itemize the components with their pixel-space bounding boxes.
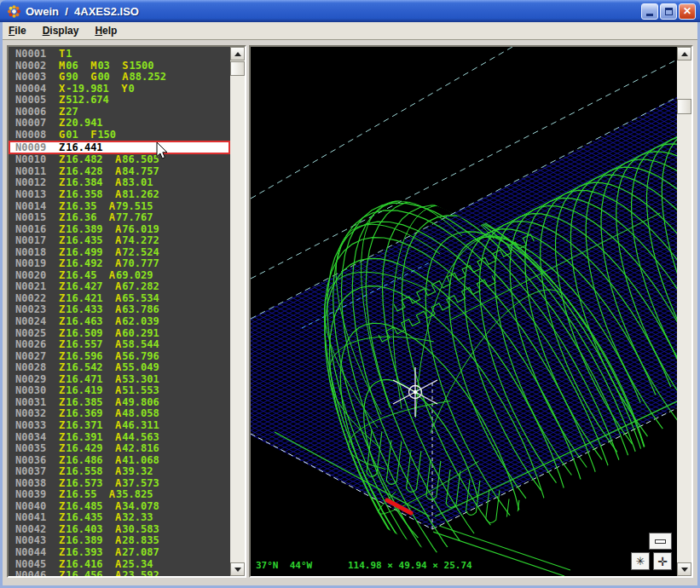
viewport-canvas[interactable]: 37°N 44°W 114.98 × 49.94 × 25.74 ✳ ✛: [251, 47, 677, 576]
gcode-line[interactable]: N0032Z16.369 A48.058: [9, 408, 230, 420]
plus-icon: ✛: [657, 555, 668, 568]
gcode-scrollbar-thumb[interactable]: [230, 61, 245, 76]
gcode-line[interactable]: N0035Z16.429 A42.816: [9, 443, 230, 455]
zoom-out-button[interactable]: [649, 533, 672, 550]
viewport-scroll-down-button[interactable]: [677, 562, 691, 576]
gcode-line[interactable]: N0011Z16.428 A84.757: [9, 166, 230, 178]
gcode-line[interactable]: N0009Z16.441: [9, 141, 230, 154]
line-number: N0031: [15, 397, 49, 409]
gcode-line[interactable]: N0020Z16.45 A69.029: [9, 270, 230, 282]
arrow-down-icon: [681, 568, 688, 572]
line-number: N0017: [15, 235, 49, 247]
gcode-line[interactable]: N0002M06 M03 S1500: [9, 61, 230, 72]
viewport-scrollbar[interactable]: [677, 47, 691, 576]
gcode-text: Z16.358 A81.262: [59, 188, 159, 200]
gcode-line[interactable]: N0036Z16.486 A41.068: [9, 455, 230, 467]
title-bar[interactable]: Owein / 4AXES2.ISO ✕: [0, 0, 700, 22]
gcode-text: Z16.441: [59, 141, 103, 153]
gcode-text: Z16.542 A55.049: [59, 361, 159, 373]
gcode-line[interactable]: N0046Z16.456 A23.592: [9, 570, 230, 576]
gcode-line[interactable]: N0037Z16.558 A39.32: [9, 466, 230, 478]
gcode-text: G90 G00 A88.252: [59, 71, 166, 83]
arrow-down-icon: [234, 568, 241, 572]
close-button[interactable]: ✕: [679, 3, 696, 20]
settings-button[interactable]: ✳: [631, 552, 650, 570]
menu-item-display[interactable]: Display: [43, 25, 79, 37]
gcode-text: Z512.674: [59, 94, 109, 106]
gcode-line[interactable]: N0023Z16.433 A63.786: [9, 304, 230, 316]
gcode-line[interactable]: N0031Z16.385 A49.806: [9, 397, 230, 409]
gcode-line[interactable]: N0003G90 G00 A88.252: [9, 72, 230, 84]
line-number: N0025: [15, 328, 49, 340]
gcode-line[interactable]: N0016Z16.389 A76.019: [9, 224, 230, 236]
gcode-line[interactable]: N0001T1: [9, 49, 230, 61]
gcode-text: Z16.36 A77.767: [59, 211, 153, 223]
gcode-line[interactable]: N0030Z16.419 A51.553: [9, 385, 230, 397]
line-number: N0020: [15, 270, 49, 282]
gcode-line[interactable]: N0038Z16.573 A37.573: [9, 478, 230, 490]
gcode-text: Z16.456 A23.592: [59, 569, 159, 576]
gcode-line[interactable]: N0013Z16.358 A81.262: [9, 189, 230, 201]
gcode-line[interactable]: N0024Z16.463 A62.039: [9, 316, 230, 328]
line-number: N0040: [15, 501, 49, 513]
line-number: N0007: [15, 118, 49, 130]
gcode-line[interactable]: N0027Z16.596 A56.796: [9, 351, 230, 363]
gcode-line[interactable]: N0018Z16.499 A72.524: [9, 247, 230, 259]
line-number: N0004: [15, 84, 49, 95]
gcode-line[interactable]: N0014Z16.35 A79.515: [9, 201, 230, 213]
gcode-line[interactable]: N0004X-19.981 Y0: [9, 84, 230, 95]
gcode-text: Z16.485 A34.078: [59, 500, 159, 512]
line-number: N0019: [15, 258, 49, 270]
gcode-line[interactable]: N0034Z16.391 A44.563: [9, 432, 230, 444]
gcode-text: Z16.435 A74.272: [59, 234, 159, 246]
line-number: N0039: [15, 489, 49, 501]
gcode-line[interactable]: N0028Z16.542 A55.049: [9, 362, 230, 374]
gcode-text: Z16.35 A79.515: [59, 200, 153, 212]
gcode-line[interactable]: N0019Z16.492 A70.777: [9, 258, 230, 270]
line-number: N0027: [15, 351, 49, 363]
line-number: N0018: [15, 247, 49, 259]
line-number: N0037: [15, 466, 49, 478]
gcode-line[interactable]: N0017Z16.435 A74.272: [9, 235, 230, 247]
gcode-line[interactable]: N0022Z16.421 A65.534: [9, 293, 230, 305]
gcode-line[interactable]: N0045Z16.416 A25.34: [9, 559, 230, 571]
maximize-button[interactable]: [660, 3, 677, 20]
gcode-text: Z16.389 A28.835: [59, 534, 159, 546]
gcode-line[interactable]: N0010Z16.482 A86.505: [9, 154, 230, 166]
scroll-down-button[interactable]: [230, 562, 245, 576]
gcode-line[interactable]: N0021Z16.427 A67.282: [9, 281, 230, 293]
gcode-line[interactable]: N0040Z16.485 A34.078: [9, 501, 230, 513]
line-number: N0014: [15, 201, 49, 213]
gcode-line[interactable]: N0042Z16.403 A30.583: [9, 524, 230, 536]
line-number: N0011: [15, 166, 49, 178]
gcode-line[interactable]: N0025Z16.509 A60.291: [9, 328, 230, 340]
viewport-scroll-up-button[interactable]: [677, 47, 691, 61]
gcode-text: Z16.416 A25.34: [59, 558, 153, 570]
line-number: N0038: [15, 478, 49, 490]
gcode-scrollbar[interactable]: [230, 47, 245, 576]
gcode-line[interactable]: N0015Z16.36 A77.767: [9, 212, 230, 224]
line-number: N0009: [15, 142, 49, 153]
gcode-line[interactable]: N0039Z16.55 A35.825: [9, 489, 230, 501]
gcode-line[interactable]: N0033Z16.371 A46.311: [9, 420, 230, 432]
line-number: N0002: [15, 61, 49, 72]
line-number: N0032: [15, 408, 49, 420]
scroll-up-button[interactable]: [230, 47, 245, 61]
menu-item-file[interactable]: File: [9, 25, 26, 37]
viewport-scrollbar-thumb[interactable]: [677, 99, 691, 114]
menu-item-help[interactable]: Help: [95, 25, 117, 37]
gcode-line[interactable]: N0041Z16.435 A32.33: [9, 512, 230, 524]
gcode-line[interactable]: N0005Z512.674: [9, 95, 230, 107]
gcode-line[interactable]: N0029Z16.471 A53.301: [9, 374, 230, 386]
gcode-line[interactable]: N0043Z16.389 A28.835: [9, 535, 230, 547]
gcode-line[interactable]: N0006Z27: [9, 107, 230, 118]
minimize-button[interactable]: [641, 3, 658, 20]
gcode-line[interactable]: N0008G01 F150: [9, 130, 230, 141]
gcode-line[interactable]: N0044Z16.393 A27.087: [9, 547, 230, 559]
gcode-text: Z16.421 A65.534: [59, 292, 159, 304]
pan-button[interactable]: ✛: [653, 552, 672, 570]
gcode-line[interactable]: N0007Z20.941: [9, 118, 230, 130]
gcode-line[interactable]: N0012Z16.384 A83.01: [9, 177, 230, 189]
gcode-line[interactable]: N0026Z16.557 A58.544: [9, 339, 230, 351]
app-icon: [7, 4, 21, 19]
